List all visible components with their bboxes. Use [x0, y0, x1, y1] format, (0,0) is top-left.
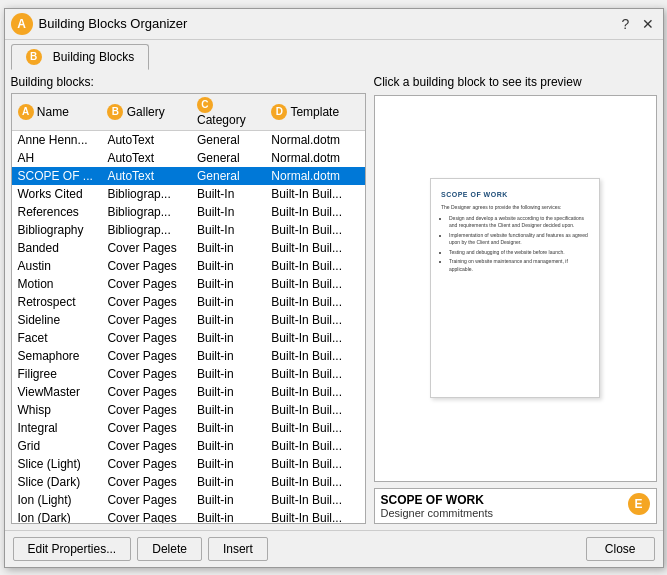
cell-template: Built-In Buil... [265, 293, 364, 311]
cell-category: Built-in [191, 509, 265, 524]
table-row[interactable]: Ion (Dark)Cover PagesBuilt-inBuilt-In Bu… [12, 509, 365, 524]
insert-button[interactable]: Insert [208, 537, 268, 561]
preview-intro: The Designer agrees to provide the follo… [441, 204, 589, 212]
tab-building-blocks[interactable]: B Building Blocks [11, 44, 150, 70]
cell-name: Motion [12, 275, 102, 293]
table-row[interactable]: Slice (Dark)Cover PagesBuilt-inBuilt-In … [12, 473, 365, 491]
cell-gallery: Cover Pages [101, 419, 191, 437]
table-row[interactable]: SCOPE OF ...AutoTextGeneralNormal.dotm [12, 167, 365, 185]
tab-label: Building Blocks [53, 50, 134, 64]
cell-name: Bibliography [12, 221, 102, 239]
close-button[interactable]: Close [586, 537, 655, 561]
cell-gallery: Cover Pages [101, 293, 191, 311]
table-row[interactable]: FiligreeCover PagesBuilt-inBuilt-In Buil… [12, 365, 365, 383]
table-row[interactable]: WhispCover PagesBuilt-inBuilt-In Buil... [12, 401, 365, 419]
cell-template: Built-In Buil... [265, 437, 364, 455]
help-button[interactable]: ? [617, 15, 635, 33]
table-row[interactable]: BibliographyBibliograp...Built-InBuilt-I… [12, 221, 365, 239]
preview-bullet: Testing and debugging of the website bef… [449, 249, 589, 257]
description-area: SCOPE OF WORK Designer commitments E [374, 488, 657, 524]
table-row[interactable]: SidelineCover PagesBuilt-inBuilt-In Buil… [12, 311, 365, 329]
table-row[interactable]: Slice (Light)Cover PagesBuilt-inBuilt-In… [12, 455, 365, 473]
table-row[interactable]: GridCover PagesBuilt-inBuilt-In Buil... [12, 437, 365, 455]
cell-gallery: Cover Pages [101, 455, 191, 473]
table-row[interactable]: Anne Henn...AutoTextGeneralNormal.dotm [12, 130, 365, 149]
delete-button[interactable]: Delete [137, 537, 202, 561]
dialog: A Building Blocks Organizer ? ✕ B Buildi… [4, 8, 664, 568]
table-row[interactable]: BandedCover PagesBuilt-inBuilt-In Buil..… [12, 239, 365, 257]
cell-category: Built-In [191, 203, 265, 221]
cell-category: Built-In [191, 221, 265, 239]
table-header-row: A Name B Gallery C Category [12, 94, 365, 131]
callout-e: E [628, 493, 650, 515]
cell-template: Built-In Buil... [265, 203, 364, 221]
edit-properties-button[interactable]: Edit Properties... [13, 537, 132, 561]
cell-category: Built-in [191, 329, 265, 347]
preview-bullet: Implementation of website functionality … [449, 232, 589, 247]
cell-template: Built-In Buil... [265, 491, 364, 509]
table-row[interactable]: ViewMasterCover PagesBuilt-inBuilt-In Bu… [12, 383, 365, 401]
cell-category: Built-in [191, 275, 265, 293]
cell-template: Built-In Buil... [265, 221, 364, 239]
cell-gallery: Cover Pages [101, 257, 191, 275]
cell-gallery: AutoText [101, 149, 191, 167]
table-row[interactable]: ReferencesBibliograp...Built-InBuilt-In … [12, 203, 365, 221]
cell-category: General [191, 167, 265, 185]
cell-category: Built-in [191, 419, 265, 437]
cell-gallery: Cover Pages [101, 311, 191, 329]
cell-category: Built-in [191, 311, 265, 329]
cell-name: Works Cited [12, 185, 102, 203]
cell-name: Semaphore [12, 347, 102, 365]
cell-gallery: AutoText [101, 167, 191, 185]
callout-col-d: D [271, 104, 287, 120]
preview-page-body: The Designer agrees to provide the follo… [441, 204, 589, 273]
cell-category: Built-in [191, 293, 265, 311]
table-row[interactable]: AustinCover PagesBuilt-inBuilt-In Buil..… [12, 257, 365, 275]
cell-template: Built-In Buil... [265, 401, 364, 419]
table-row[interactable]: Works CitedBibliograp...Built-InBuilt-In… [12, 185, 365, 203]
cell-gallery: Cover Pages [101, 347, 191, 365]
table-row[interactable]: FacetCover PagesBuilt-inBuilt-In Buil... [12, 329, 365, 347]
cell-gallery: Cover Pages [101, 275, 191, 293]
cell-name: Facet [12, 329, 102, 347]
cell-name: Sideline [12, 311, 102, 329]
cell-category: Built-in [191, 473, 265, 491]
cell-gallery: Cover Pages [101, 473, 191, 491]
cell-name: Ion (Dark) [12, 509, 102, 524]
cell-category: Built-in [191, 455, 265, 473]
dialog-title: Building Blocks Organizer [39, 16, 188, 31]
cell-category: Built-in [191, 257, 265, 275]
cell-template: Built-In Buil... [265, 455, 364, 473]
cell-template: Built-In Buil... [265, 185, 364, 203]
cell-name: References [12, 203, 102, 221]
cell-category: Built-in [191, 347, 265, 365]
cell-template: Built-In Buil... [265, 419, 364, 437]
preview-label: Click a building block to see its previe… [374, 75, 657, 89]
table-row[interactable]: Ion (Light)Cover PagesBuilt-inBuilt-In B… [12, 491, 365, 509]
close-x-button[interactable]: ✕ [639, 15, 657, 33]
col-header-gallery: B Gallery [101, 94, 191, 131]
title-bar: A Building Blocks Organizer ? ✕ [5, 9, 663, 40]
cell-template: Normal.dotm [265, 167, 364, 185]
cell-gallery: Cover Pages [101, 401, 191, 419]
callout-col-b: B [107, 104, 123, 120]
cell-template: Built-In Buil... [265, 473, 364, 491]
table-row[interactable]: IntegralCover PagesBuilt-inBuilt-In Buil… [12, 419, 365, 437]
cell-name: Ion (Light) [12, 491, 102, 509]
col-header-template: D Template [265, 94, 364, 131]
table-row[interactable]: RetrospectCover PagesBuilt-inBuilt-In Bu… [12, 293, 365, 311]
table-row[interactable]: AHAutoTextGeneralNormal.dotm [12, 149, 365, 167]
table-row[interactable]: MotionCover PagesBuilt-inBuilt-In Buil..… [12, 275, 365, 293]
table-container[interactable]: A Name B Gallery C Category [11, 93, 366, 524]
preview-bullet: Design and develop a website according t… [449, 215, 589, 230]
cell-gallery: Bibliograp... [101, 221, 191, 239]
cell-template: Built-In Buil... [265, 311, 364, 329]
cell-category: Built-in [191, 491, 265, 509]
cell-category: General [191, 130, 265, 149]
cell-category: Built-In [191, 185, 265, 203]
cell-template: Built-In Buil... [265, 329, 364, 347]
cell-template: Normal.dotm [265, 149, 364, 167]
table-row[interactable]: SemaphoreCover PagesBuilt-inBuilt-In Bui… [12, 347, 365, 365]
cell-gallery: Cover Pages [101, 491, 191, 509]
main-content: Building blocks: A Name B Gallery [5, 69, 663, 530]
